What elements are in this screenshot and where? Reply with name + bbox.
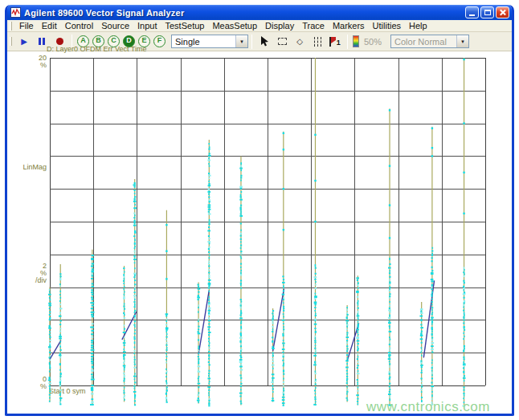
trace-plot[interactable] [0,0,519,420]
screen: Agilent 89600 Vector Signal Analyzer Fil… [0,0,519,420]
trace-d-panel: D: Layer0 OFDM Err Vect Time 20 % LinMag… [0,0,519,420]
watermark: www.cntronics.com [366,399,490,415]
